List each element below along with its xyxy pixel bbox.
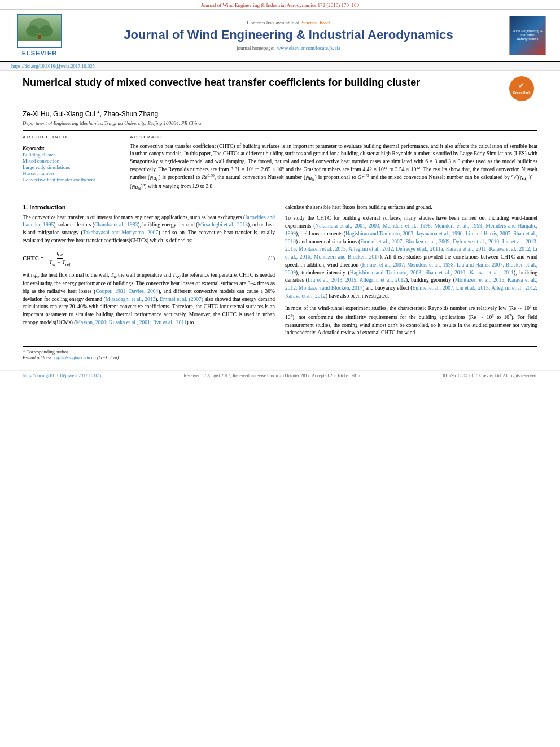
elsevier-logo: ELSEVIER [11,14,68,56]
ref-turbulence[interactable]: Hagishima and Tanimoto, 2003; Shao et al… [350,270,514,276]
formula-fraction: qw Tw − Tref [49,250,70,267]
keywords-label: Keywords: [23,145,119,151]
ref-emmel2[interactable]: Emmel et al., 2007; Blocken et al., 2009… [285,239,537,260]
keyword-2: Mixed convection [23,158,119,164]
ref-densities[interactable]: Liu et al., 2013, 2015; Allegrini et al.… [308,277,406,283]
svg-point-2 [40,25,53,37]
journal-cover-image: Wind Engineering & Industrial Aerodynami… [509,16,546,55]
paper-title: Numerical study of mixed convective heat… [23,76,420,89]
abstract-section: ABSTRACT The convective heat transfer co… [130,134,537,192]
crossmark-badge: ✓ CrossMark [509,76,537,104]
ref-mirsadeghi[interactable]: Mirsadeghi et al., 2013 [198,222,248,228]
keyword-5: Convective heat transfer coefficient [23,177,119,182]
footnote-corresponding: * Corresponding author. [23,349,537,355]
affiliation: Department of Engineering Mechanics, Tsi… [23,120,537,126]
bottom-doi: https://doi.org/10.1016/j.jweia.2017.10.… [23,373,101,378]
footnote-email: E-mail address: cgx@tsinghua.edu.cn (G.-… [23,355,537,360]
formula-label: CHTC = [23,255,43,261]
footnote-section: * Corresponding author. E-mail address: … [23,346,537,360]
body-columns: 1. Introduction The convective heat tran… [23,204,537,341]
body-left-col: 1. Introduction The convective heat tran… [23,204,275,341]
formula-denominator: Tw − Tref [49,259,70,267]
homepage-link[interactable]: www.elsevier.com/locate/jweia [277,45,340,51]
intro-para-1: The convective heat transfer is of inter… [23,214,275,245]
paper-title-section: Numerical study of mixed convective heat… [23,76,537,107]
email-link[interactable]: cgx@tsinghua.edu.cn [54,355,95,360]
tree-svg [23,17,56,40]
divider-top [23,130,537,131]
ref-mirsadeghi2[interactable]: Mirsadeghi et al., 2013 [106,296,155,302]
article-info-abstract: ARTICLE INFO Keywords: Building cluster … [23,134,537,192]
right-para-2: To study the CHTC for building external … [285,215,537,300]
abstract-text: The convective heat transfer coefficient… [130,143,537,192]
journal-title: Journal of Wind Engineering & Industrial… [68,28,509,42]
copyright: 0167-6105/© 2017 Elsevier Ltd. All right… [443,373,537,378]
elsevier-tree-graphic [18,15,61,41]
sciencedirect-link[interactable]: ScienceDirect [301,20,330,25]
journal-citation: Journal of Wind Engineering & Industrial… [201,2,359,8]
journal-homepage: journal homepage: www.elsevier.com/locat… [68,45,509,51]
intro-para-2: with qw the heat flux normal to the wall… [23,272,275,327]
journal-header: ELSEVIER Contents lists available at Sci… [0,10,560,62]
ref-emmel[interactable]: Emmel et al. (2007) [160,296,203,302]
article-info: ARTICLE INFO Keywords: Building cluster … [23,134,119,192]
body-right-col: calculate the sensible heat fluxes from … [285,204,537,341]
bottom-doi-link[interactable]: https://doi.org/10.1016/j.jweia.2017.10.… [23,373,101,378]
email-label: E-mail address: [23,355,53,360]
section-title-text: Introduction [29,204,65,211]
section-divider [23,198,537,198]
formula-number: (1) [268,255,275,261]
intro-heading: 1. Introduction [23,204,275,211]
journal-info-center: Contents lists available at ScienceDirec… [68,20,509,50]
elsevier-box [17,14,62,48]
abstract-heading: ABSTRACT [130,134,537,139]
ref-chandra[interactable]: Chandra et al., 1983 [94,222,138,228]
formula-numerator: qw [57,250,63,259]
article-info-heading: ARTICLE INFO [23,134,119,139]
keyword-4: Nusselt number [23,171,119,176]
ref-takebayashi[interactable]: Takebayashi and Moriyama, 2007 [83,230,159,235]
section-number: 1. [23,204,28,211]
keywords-list: Building cluster Mixed convection Large … [23,152,119,182]
journal-thumbnail: Wind Engineering & Industrial Aerodynami… [509,16,549,55]
elsevier-wordmark: ELSEVIER [22,50,57,56]
svg-rect-3 [38,35,41,39]
paper-content: Numerical study of mixed convective heat… [0,71,560,366]
bottom-bar: https://doi.org/10.1016/j.jweia.2017.10.… [0,370,560,381]
svg-point-1 [26,25,40,37]
journal-citation-bar: Journal of Wind Engineering & Industrial… [0,0,560,10]
keyword-3: Large eddy simulations [23,164,119,170]
ref-masson[interactable]: Masson, 2000; Kusaka et al., 2001; Ryu e… [76,320,186,325]
doi-bar: https://doi.org/10.1016/j.jweia.2017.10.… [0,62,560,71]
formula-block: CHTC = qw Tw − Tref (1) [23,250,275,267]
ref-cooper[interactable]: Cooper, 1981; Davies, 2004 [95,289,158,294]
keyword-1: Building cluster [23,152,119,158]
crossmark-icon: ✓ CrossMark [509,76,534,101]
contents-line: Contents lists available at ScienceDirec… [68,20,509,25]
received-dates: Received 17 August 2017; Received in rev… [183,373,360,378]
right-para-3: In most of the wind-tunnel experiment st… [285,304,537,337]
authors: Ze-Xi Hu, Gui-Xiang Cui *, Zhao-Shun Zha… [23,110,537,118]
right-para-1: calculate the sensible heat fluxes from … [285,204,537,212]
